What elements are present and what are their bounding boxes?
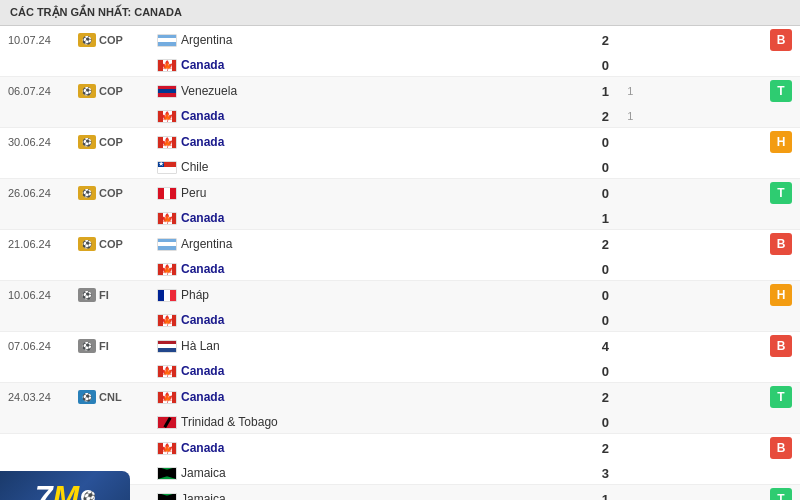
team-flag: 🍁 <box>158 365 176 377</box>
team-info: Peru <box>158 186 590 200</box>
team-info: 🍁 Canada <box>158 135 590 149</box>
team-score: 0 <box>590 58 620 73</box>
match-comp: ⚽ COP <box>78 186 158 200</box>
match-date: 21.06.24 <box>8 238 78 250</box>
team-name: Jamaica <box>181 466 226 480</box>
team-name: Jamaica <box>181 492 226 500</box>
team-flag <box>158 493 176 500</box>
result-badge: T <box>770 386 792 408</box>
match-group: 26.06.24 ⚽ COP Peru 0 T 🍁 Canada <box>0 179 800 230</box>
team-score: 0 <box>590 186 620 201</box>
match-row: 🍁 Canada 0 <box>0 360 800 382</box>
team-flag <box>158 238 176 250</box>
team-flag <box>158 340 176 352</box>
team-score: 0 <box>590 313 620 328</box>
score-extra: 1 <box>620 110 640 122</box>
team-flag <box>158 416 176 428</box>
team-name: Hà Lan <box>181 339 220 353</box>
team-info: 🍁 Canada <box>158 390 590 404</box>
match-date: 10.06.24 <box>8 289 78 301</box>
match-row: 10.06.24 ⚽ FI Pháp 0 H <box>0 281 800 309</box>
match-date: 26.06.24 <box>8 187 78 199</box>
match-row: 🍁 Canada 0 <box>0 309 800 331</box>
team-info: 🍁 Canada <box>158 441 590 455</box>
team-name: Venezuela <box>181 84 237 98</box>
team-info: Pháp <box>158 288 590 302</box>
team-flag <box>158 289 176 301</box>
match-row: Trinidad & Tobago 0 <box>0 411 800 433</box>
team-flag <box>158 85 176 97</box>
match-group: 10.07.24 ⚽ COP Argentina 2 B 🍁 Canada <box>0 26 800 77</box>
team-score: 0 <box>590 135 620 150</box>
match-row: 26.06.24 ⚽ COP Peru 0 T <box>0 179 800 207</box>
team-score: 0 <box>590 160 620 175</box>
team-score: 0 <box>590 364 620 379</box>
team-info: 🍁 Canada <box>158 262 590 276</box>
team-score: 2 <box>590 237 620 252</box>
result-badge: H <box>770 284 792 306</box>
team-info: Venezuela <box>158 84 590 98</box>
match-row: 🍁 Canada 2 B <box>0 434 800 462</box>
team-info: Argentina <box>158 237 590 251</box>
match-group: 06.07.24 ⚽ COP Venezuela 1 1 T 🍁 Canada <box>0 77 800 128</box>
match-row: 🍁 Canada 0 <box>0 258 800 280</box>
match-comp: ⚽ COP <box>78 237 158 251</box>
team-flag: 🍁 <box>158 314 176 326</box>
match-row: 🍁 Canada 1 <box>0 207 800 229</box>
match-row: 21.06.24 ⚽ COP Argentina 2 B <box>0 230 800 258</box>
match-row: 🍁 Canada 2 1 <box>0 105 800 127</box>
team-flag <box>158 187 176 199</box>
team-info: 🍁 Canada <box>158 58 590 72</box>
ball-icon <box>81 490 95 500</box>
result-badge: B <box>770 29 792 51</box>
match-date: 24.03.24 <box>8 391 78 403</box>
main-container: CÁC TRẬN GẦN NHẤT: CANADA 10.07.24 ⚽ COP… <box>0 0 800 500</box>
match-comp: ⚽ FI <box>78 288 158 302</box>
team-flag <box>158 467 176 479</box>
team-score: 0 <box>590 288 620 303</box>
match-date: 06.07.24 <box>8 85 78 97</box>
team-name: Canada <box>181 262 224 276</box>
team-name: Canada <box>181 58 224 72</box>
team-name: Canada <box>181 135 224 149</box>
match-date: 30.06.24 <box>8 136 78 148</box>
match-row: 07.06.24 ⚽ FI Hà Lan 4 B <box>0 332 800 360</box>
result-badge: H <box>770 131 792 153</box>
team-score: 2 <box>590 109 620 124</box>
result-badge: B <box>770 233 792 255</box>
team-score: 1 <box>590 211 620 226</box>
team-score: 2 <box>590 390 620 405</box>
team-flag: 🍁 <box>158 263 176 275</box>
team-score: 4 <box>590 339 620 354</box>
team-name: Pháp <box>181 288 209 302</box>
match-row: 06.07.24 ⚽ COP Venezuela 1 1 T <box>0 77 800 105</box>
matches-list: 10.07.24 ⚽ COP Argentina 2 B 🍁 Canada <box>0 26 800 500</box>
team-flag: 🍁 <box>158 212 176 224</box>
team-name: Canada <box>181 109 224 123</box>
team-name: Peru <box>181 186 206 200</box>
result-badge: B <box>770 335 792 357</box>
match-comp: ⚽ COP <box>78 135 158 149</box>
team-info: 🍁 Canada <box>158 109 590 123</box>
match-row: 🍁 Canada 0 <box>0 54 800 76</box>
team-flag <box>158 34 176 46</box>
section-header: CÁC TRẬN GẦN NHẤT: CANADA <box>0 0 800 26</box>
match-group: 21.06.24 ⚽ COP Argentina 2 B 🍁 Canada <box>0 230 800 281</box>
team-name: Argentina <box>181 237 232 251</box>
team-name: Canada <box>181 211 224 225</box>
result-badge: T <box>770 488 792 500</box>
result-badge: B <box>770 437 792 459</box>
match-date: 07.06.24 <box>8 340 78 352</box>
match-comp: ⚽ FI <box>78 339 158 353</box>
match-comp: ⚽ COP <box>78 84 158 98</box>
team-name: Canada <box>181 364 224 378</box>
team-name: Canada <box>181 441 224 455</box>
team-info: Argentina <box>158 33 590 47</box>
watermark-logo: 7 M - 7mvn.co - <box>0 471 130 500</box>
team-flag: 🍁 <box>158 59 176 71</box>
team-score: 1 <box>590 84 620 99</box>
header-title: CÁC TRẬN GẦN NHẤT: CANADA <box>10 6 182 18</box>
match-date: 10.07.24 <box>8 34 78 46</box>
team-info: 🍁 Canada <box>158 211 590 225</box>
team-info: ★ Chile <box>158 160 590 174</box>
